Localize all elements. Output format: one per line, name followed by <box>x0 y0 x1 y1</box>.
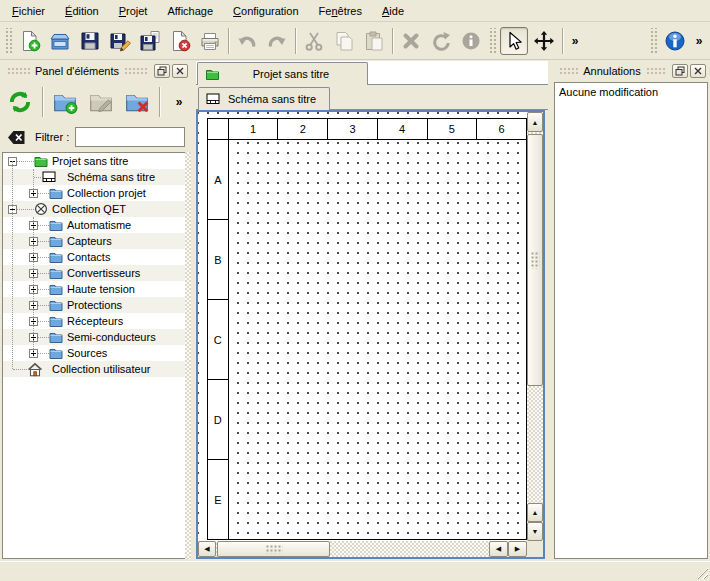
panel-toolbar-overflow-button[interactable]: » <box>170 89 188 115</box>
canvas-vertical-scrollbar[interactable]: ▲ ▲ ▼ <box>527 112 543 541</box>
tree-item-automatisme[interactable]: Automatisme <box>3 217 185 233</box>
menu-projet[interactable]: Projet <box>109 1 158 21</box>
scroll-left-button-right[interactable]: ◀ <box>489 541 508 557</box>
redo-icon <box>266 30 288 52</box>
tree-item-sources[interactable]: Sources <box>3 345 185 361</box>
menu-aide[interactable]: Aide <box>372 1 414 21</box>
reload-collections-button[interactable] <box>4 86 36 118</box>
tree-item-contacts[interactable]: Contacts <box>3 249 185 265</box>
schema-canvas[interactable]: 123456ABCDE ▲ ▲ ▼ ◀ ◀ ▶ <box>196 110 545 559</box>
selection-mode-button[interactable] <box>500 27 528 55</box>
tab-projet-sans-titre[interactable]: Projet sans titre <box>197 62 368 85</box>
folder-delete-icon <box>124 89 150 115</box>
tree-item-collection-utilisateur[interactable]: Collection utilisateur <box>3 361 185 377</box>
scroll-up-button[interactable]: ▲ <box>527 112 543 132</box>
toolbar-drag-handle[interactable] <box>4 28 13 54</box>
tree-item-projet-sans-titre[interactable]: Projet sans titre <box>3 153 185 169</box>
diagram-drawing-area[interactable] <box>228 140 526 540</box>
tree-item-convertisseurs[interactable]: Convertisseurs <box>3 265 185 281</box>
scroll-right-button[interactable]: ▶ <box>508 541 527 557</box>
scroll-up-button-bottom[interactable]: ▲ <box>527 503 543 522</box>
tab-schema-sans-titre[interactable]: Schéma sans titre <box>198 87 330 110</box>
print-button[interactable] <box>196 27 224 55</box>
resize-grip-icon[interactable] <box>695 566 708 579</box>
about-qet-button[interactable] <box>661 27 689 55</box>
pan-mode-button[interactable] <box>530 27 558 55</box>
menu-affichage[interactable]: Affichage <box>157 1 223 21</box>
close-panel-button[interactable] <box>172 64 188 78</box>
save-as-button[interactable] <box>106 27 134 55</box>
undo-button[interactable] <box>233 27 261 55</box>
rotate-selection-button[interactable] <box>427 27 455 55</box>
tree-item-recepteurs[interactable]: Récepteurs <box>3 313 185 329</box>
copy-button[interactable] <box>330 27 358 55</box>
delete-category-button[interactable] <box>121 86 153 118</box>
new-document-icon <box>19 30 41 52</box>
scroll-left-button[interactable]: ◀ <box>198 541 216 557</box>
vertical-scrollbar-thumb[interactable] <box>527 134 543 386</box>
close-undo-panel-button[interactable] <box>690 64 706 78</box>
frame-column-label: 5 <box>427 119 477 140</box>
filter-input[interactable] <box>75 127 185 147</box>
menu-edition[interactable]: Édition <box>55 1 109 21</box>
move-icon <box>533 30 555 52</box>
toolbar-separator <box>562 28 563 54</box>
tree-item-collection-qet[interactable]: Collection QET <box>3 201 185 217</box>
tree-folder-icon <box>49 314 63 328</box>
mode-toolbar-overflow-button[interactable]: » <box>566 28 584 54</box>
tree-scrollbar-track[interactable] <box>185 152 191 559</box>
elements-panel-titlebar[interactable]: Panel d'éléments <box>2 62 188 80</box>
tree-item-capteurs[interactable]: Capteurs <box>3 233 185 249</box>
close-file-button[interactable] <box>166 27 194 55</box>
redo-button[interactable] <box>263 27 291 55</box>
qelectrotech-window: FichierÉditionProjetAffichageConfigurati… <box>0 0 710 581</box>
canvas-horizontal-scrollbar[interactable]: ◀ ◀ ▶ <box>198 541 527 557</box>
diagram-viewport[interactable]: 123456ABCDE <box>198 112 527 541</box>
toolbar-drag-handle[interactable] <box>649 28 658 54</box>
float-icon <box>157 66 167 76</box>
diagram-frame: 123456ABCDE <box>207 118 527 540</box>
float-panel-button[interactable] <box>154 64 170 78</box>
tree-item-haute-tension[interactable]: Haute tension <box>3 281 185 297</box>
undo-panel-titlebar[interactable]: Annulations <box>554 62 706 80</box>
menu-fenetres[interactable]: Fenêtres <box>309 1 372 21</box>
horizontal-scrollbar-thumb[interactable] <box>217 541 330 557</box>
frame-column-label: 6 <box>477 119 527 140</box>
save-all-button[interactable] <box>136 27 164 55</box>
edit-category-button[interactable] <box>85 86 117 118</box>
tree-item-collection-projet[interactable]: Collection projet <box>3 185 185 201</box>
new-project-button[interactable] <box>16 27 44 55</box>
save-button[interactable] <box>76 27 104 55</box>
menu-fichier[interactable]: Fichier <box>2 1 55 21</box>
scroll-down-button[interactable]: ▼ <box>527 522 543 541</box>
delete-selection-button[interactable] <box>397 27 425 55</box>
open-project-button[interactable] <box>46 27 74 55</box>
mdi-area: Projet sans titre Schéma sans titre 1234… <box>196 60 548 561</box>
tree-item-protections[interactable]: Protections <box>3 297 185 313</box>
float-icon <box>675 66 685 76</box>
menu-configuration[interactable]: Configuration <box>223 1 308 21</box>
schema-tab-bar: Schéma sans titre <box>196 85 548 110</box>
dock-texture <box>559 67 578 76</box>
delete-icon <box>400 30 422 52</box>
toolbar-drag-handle[interactable] <box>488 28 497 54</box>
selection-info-button[interactable] <box>457 27 485 55</box>
tree-item-schema-sans-titre[interactable]: Schéma sans titre <box>3 169 185 185</box>
about-toolbar: » <box>647 24 708 58</box>
tree-folder-icon <box>49 186 63 200</box>
about-toolbar-overflow-button[interactable]: » <box>690 28 708 54</box>
rotate-icon <box>430 30 452 52</box>
status-bar <box>0 561 710 581</box>
toolbar-separator <box>295 28 296 54</box>
clear-filter-button[interactable] <box>7 129 26 146</box>
tree-item-semi-conducteurs[interactable]: Semi-conducteurs <box>3 329 185 345</box>
save-icon <box>79 30 101 52</box>
float-undo-panel-button[interactable] <box>672 64 688 78</box>
cut-button[interactable] <box>300 27 328 55</box>
undo-list-item[interactable]: Aucune modification <box>555 83 707 101</box>
new-category-button[interactable] <box>49 86 81 118</box>
tree-item-label: Protections <box>67 297 122 313</box>
paste-button[interactable] <box>360 27 388 55</box>
project-tab-bar: Projet sans titre <box>196 61 548 85</box>
dock-texture <box>124 67 147 76</box>
